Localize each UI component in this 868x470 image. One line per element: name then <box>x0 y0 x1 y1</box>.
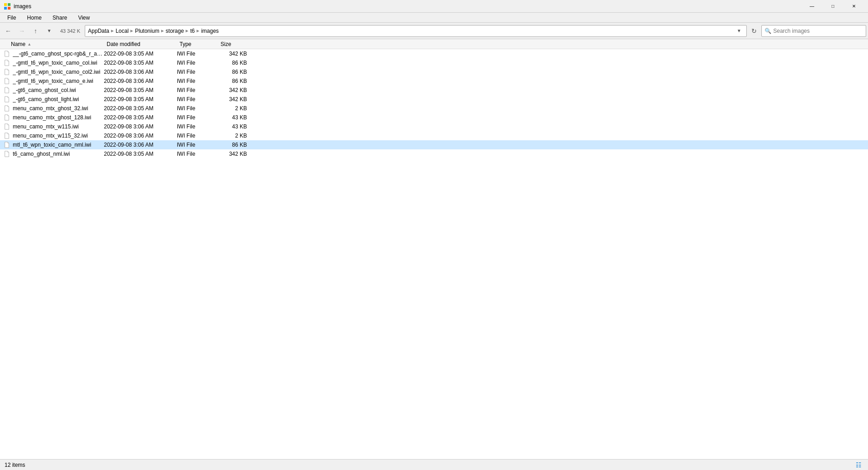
table-row[interactable]: menu_camo_mtx_ghost_128.iwi 2022-09-08 3… <box>0 113 868 122</box>
table-row[interactable]: menu_camo_mtx_w115_32.iwi 2022-09-08 3:0… <box>0 131 868 140</box>
maximize-button[interactable]: □ <box>822 0 843 13</box>
breadcrumb-t6[interactable]: t6 <box>190 28 195 34</box>
svg-rect-1 <box>8 3 10 6</box>
table-row[interactable]: _-gmtl_t6_wpn_toxic_camo_e.iwi 2022-09-0… <box>0 77 868 86</box>
table-row[interactable]: _-gt6_camo_ghost_col.iwi 2022-09-08 3:05… <box>0 86 868 95</box>
table-row[interactable]: __-gt6_camo_ghost_spc-rgb&_r_a67871.... … <box>0 49 868 58</box>
col-header-date[interactable]: Date modified <box>107 41 180 47</box>
svg-rect-0 <box>4 3 7 6</box>
file-size: 342 KB <box>218 151 254 157</box>
file-size: 2 KB <box>218 133 254 139</box>
search-input[interactable] <box>773 28 863 34</box>
breadcrumb: AppData ► Local ► Plutonium ► storage ► … <box>88 28 733 34</box>
toolbar: ← → ↑ ▼ 43 342 K AppData ► Local ► Pluto… <box>0 23 868 39</box>
file-size: 86 KB <box>218 69 254 75</box>
col-header-name[interactable]: Name ▲ <box>11 41 107 47</box>
file-name: _-gt6_camo_ghost_light.iwi <box>13 96 104 102</box>
table-row[interactable]: _-gmtl_t6_wpn_toxic_camo_col2.iwi 2022-0… <box>0 67 868 77</box>
file-type: IWI File <box>177 133 218 139</box>
file-icon <box>3 123 11 130</box>
file-icon <box>3 50 11 57</box>
file-type: IWI File <box>177 78 218 84</box>
svg-rect-3 <box>8 7 10 10</box>
refresh-button[interactable]: ↻ <box>748 25 760 37</box>
up-button[interactable]: ↑ <box>29 25 42 37</box>
file-icon <box>3 77 11 85</box>
file-icon <box>3 150 11 158</box>
table-row[interactable]: menu_camo_mtx_w115.iwi 2022-09-08 3:06 A… <box>0 122 868 131</box>
file-date: 2022-09-08 3:06 AM <box>104 142 177 148</box>
breadcrumb-appdata[interactable]: AppData <box>88 28 109 34</box>
forward-button[interactable]: → <box>15 25 28 37</box>
file-date: 2022-09-08 3:05 AM <box>104 87 177 93</box>
file-name: menu_camo_mtx_w115_32.iwi <box>13 133 104 139</box>
file-list: __-gt6_camo_ghost_spc-rgb&_r_a67871.... … <box>0 49 868 459</box>
file-icon <box>3 96 11 103</box>
close-button[interactable]: ✕ <box>843 0 864 13</box>
file-name: t6_camo_ghost_nml.iwi <box>13 151 104 157</box>
file-size: 86 KB <box>218 60 254 66</box>
file-type: IWI File <box>177 114 218 121</box>
file-type: IWI File <box>177 105 218 112</box>
file-name: _-gmtl_t6_wpn_toxic_camo_col2.iwi <box>13 69 104 75</box>
file-name: _-gmtl_t6_wpn_toxic_camo_col.iwi <box>13 60 104 66</box>
file-size: 342 KB <box>218 51 254 57</box>
file-name: menu_camo_mtx_w115.iwi <box>13 123 104 130</box>
tab-home[interactable]: Home <box>21 13 47 23</box>
file-size: 43 KB <box>218 114 254 121</box>
window-title: images <box>14 3 801 10</box>
file-date: 2022-09-08 3:05 AM <box>104 105 177 112</box>
file-date: 2022-09-08 3:05 AM <box>104 51 177 57</box>
col-header-type[interactable]: Type <box>180 41 221 47</box>
details-view-button[interactable]: ☷ <box>853 460 863 470</box>
file-icon <box>3 105 11 112</box>
tab-share[interactable]: Share <box>47 13 72 23</box>
file-date: 2022-09-08 3:05 AM <box>104 114 177 121</box>
table-row[interactable]: _-gmtl_t6_wpn_toxic_camo_col.iwi 2022-09… <box>0 58 868 67</box>
file-size: 342 KB <box>218 96 254 102</box>
file-name: _-gt6_camo_ghost_col.iwi <box>13 87 104 93</box>
title-bar: images — □ ✕ <box>0 0 868 13</box>
file-name: menu_camo_mtx_ghost_128.iwi <box>13 114 104 121</box>
address-dropdown-button[interactable]: ▼ <box>734 25 744 37</box>
address-bar[interactable]: AppData ► Local ► Plutonium ► storage ► … <box>85 25 747 37</box>
table-row[interactable]: mtl_t6_wpn_toxic_camo_nml.iwi 2022-09-08… <box>0 140 868 149</box>
file-name: __-gt6_camo_ghost_spc-rgb&_r_a67871.... <box>13 51 104 57</box>
tab-view[interactable]: View <box>72 13 95 23</box>
tab-file[interactable]: File <box>2 13 21 23</box>
minimize-button[interactable]: — <box>801 0 822 13</box>
svg-rect-2 <box>4 7 7 10</box>
file-date: 2022-09-08 3:06 AM <box>104 78 177 84</box>
file-type: IWI File <box>177 96 218 102</box>
file-date: 2022-09-08 3:06 AM <box>104 133 177 139</box>
file-type: IWI File <box>177 151 218 157</box>
search-box[interactable]: 🔍 <box>761 25 866 37</box>
recent-locations-button[interactable]: ▼ <box>43 25 56 37</box>
file-icon <box>3 87 11 94</box>
file-date: 2022-09-08 3:05 AM <box>104 151 177 157</box>
status-right: ☷ <box>853 460 863 470</box>
file-date: 2022-09-08 3:05 AM <box>104 96 177 102</box>
file-date: 2022-09-08 3:06 AM <box>104 123 177 130</box>
file-type: IWI File <box>177 87 218 93</box>
sort-arrow-name: ▲ <box>27 42 31 46</box>
col-header-size[interactable]: Size <box>221 41 257 47</box>
search-icon: 🔍 <box>765 28 771 34</box>
breadcrumb-storage[interactable]: storage <box>166 28 184 34</box>
table-row[interactable]: t6_camo_ghost_nml.iwi 2022-09-08 3:05 AM… <box>0 149 868 158</box>
item-count-badge: 43 342 K <box>56 28 84 34</box>
file-type: IWI File <box>177 51 218 57</box>
breadcrumb-local[interactable]: Local <box>116 28 129 34</box>
breadcrumb-images[interactable]: images <box>201 28 219 34</box>
back-button[interactable]: ← <box>2 25 15 37</box>
file-name: mtl_t6_wpn_toxic_camo_nml.iwi <box>13 142 104 148</box>
column-headers: Name ▲ Date modified Type Size <box>0 39 868 49</box>
file-type: IWI File <box>177 123 218 130</box>
file-icon <box>3 132 11 139</box>
breadcrumb-plutonium[interactable]: Plutonium <box>135 28 159 34</box>
file-icon <box>3 114 11 121</box>
file-size: 2 KB <box>218 105 254 112</box>
table-row[interactable]: menu_camo_mtx_ghost_32.iwi 2022-09-08 3:… <box>0 104 868 113</box>
table-row[interactable]: _-gt6_camo_ghost_light.iwi 2022-09-08 3:… <box>0 95 868 104</box>
file-icon <box>3 141 11 148</box>
